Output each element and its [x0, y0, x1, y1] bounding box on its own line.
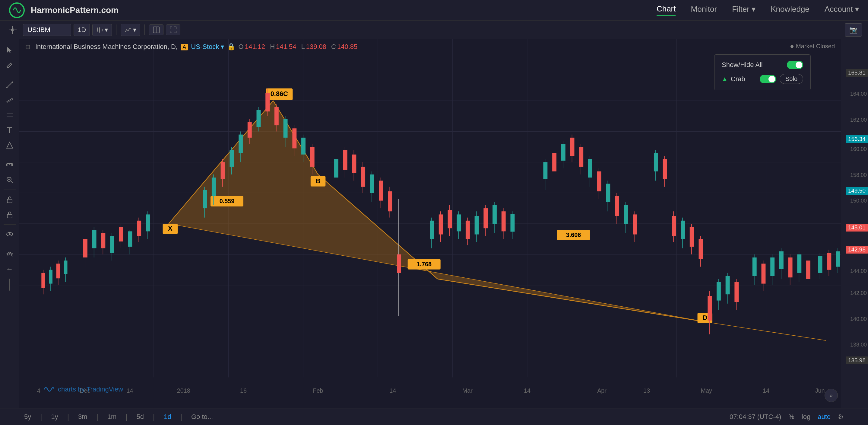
back-tool[interactable]: ← [3, 262, 16, 276]
svg-rect-30 [7, 199, 12, 203]
expand-button[interactable]: » [825, 389, 838, 402]
toolbar-right: 📷 [845, 23, 862, 36]
log-btn[interactable]: log [802, 413, 810, 421]
chart-type-btn[interactable]: ▾ [92, 24, 112, 36]
svg-rect-64 [92, 230, 96, 248]
symbol-input[interactable]: US:IBM [23, 24, 71, 36]
svg-rect-120 [430, 221, 434, 239]
goto-btn[interactable]: Go to... [191, 413, 213, 421]
x-label-14c: 14 [524, 387, 530, 394]
nav-filter[interactable]: Filter ▾ [732, 4, 755, 16]
crab-toggle-knob [769, 76, 775, 82]
fib-tool[interactable] [3, 108, 16, 122]
svg-rect-106 [343, 150, 347, 170]
nav-right: Chart Monitor Filter ▾ Knowledge Account… [657, 4, 859, 16]
period-5d[interactable]: 5d [136, 413, 144, 421]
svg-rect-118 [397, 254, 401, 273]
lock-open-tool[interactable] [3, 193, 16, 206]
period-1d[interactable]: 1d [164, 413, 171, 421]
time-periods: 5y | 1y | 3m | 1m | 5d | 1d | Go to... [24, 413, 213, 421]
svg-rect-88 [248, 122, 252, 138]
indicators-btn[interactable]: ▾ [121, 24, 140, 36]
svg-rect-94 [275, 107, 279, 125]
svg-rect-66 [101, 233, 105, 248]
period-3m[interactable]: 3m [78, 413, 88, 421]
svg-rect-62 [83, 239, 88, 257]
x-label-4: 4 [37, 387, 40, 394]
x-label-14a: 14 [126, 387, 133, 394]
shapes-tool[interactable] [3, 139, 16, 152]
chart-info-bar: ⊟ International Business Machines Corpor… [25, 43, 358, 51]
svg-rect-170 [690, 227, 694, 247]
pencil-tool[interactable] [3, 59, 16, 72]
line-tool[interactable] [3, 78, 16, 91]
svg-rect-72 [128, 231, 132, 247]
auto-btn[interactable]: auto [818, 413, 831, 421]
svg-rect-110 [361, 167, 365, 187]
x-label-14b: 14 [390, 387, 396, 394]
svg-rect-176 [717, 282, 721, 300]
nav-monitor[interactable]: Monitor [691, 4, 717, 16]
c-label: 0.86C [271, 90, 288, 97]
svg-rect-56 [49, 270, 53, 284]
period-1m[interactable]: 1m [107, 413, 117, 421]
nav-account[interactable]: Account ▾ [825, 4, 859, 16]
zoom-tool[interactable] [3, 173, 16, 187]
x-label: X [168, 225, 173, 232]
svg-rect-186 [770, 257, 775, 276]
measure-tool[interactable] [3, 158, 16, 171]
eye-tool[interactable] [3, 228, 16, 241]
candles-dec [83, 211, 150, 266]
price-144: 144.00 [850, 268, 867, 274]
price-165: 165.81 [846, 69, 868, 77]
x-label-2018: 2018 [177, 387, 190, 394]
screenshot-btn[interactable]: 📷 [845, 23, 862, 36]
svg-rect-4 [97, 28, 98, 31]
chart-svg[interactable]: 0.86C B X 0.559 3.606 1.768 D [19, 39, 841, 408]
svg-rect-100 [301, 138, 306, 154]
x-label-may: May [701, 387, 712, 394]
svg-rect-172 [699, 239, 703, 259]
settings-btn[interactable]: ⚙ [838, 413, 844, 421]
svg-rect-182 [752, 257, 757, 276]
show-hide-label: Show/Hide All [722, 61, 763, 69]
svg-point-15 [12, 82, 13, 83]
cursor-tool[interactable] [3, 44, 16, 57]
tool-divider-4 [4, 224, 16, 225]
show-hide-toggle[interactable] [787, 61, 803, 69]
period-1y[interactable]: 1y [51, 413, 58, 421]
crab-toggle[interactable] [760, 75, 776, 83]
svg-rect-168 [681, 221, 685, 239]
top-nav: HarmonicPattern.com Chart Monitor Filter… [0, 0, 868, 21]
svg-rect-116 [388, 191, 392, 211]
compare-btn[interactable] [149, 24, 163, 35]
svg-rect-194 [806, 260, 810, 279]
nav-chart[interactable]: Chart [657, 4, 676, 16]
solo-button[interactable]: Solo [780, 74, 803, 84]
symbol-full: International Business Machines Corporat… [35, 43, 358, 51]
x-label-jun: Jun [815, 387, 825, 394]
svg-rect-134 [493, 205, 497, 224]
svg-rect-76 [146, 214, 150, 231]
text-tool[interactable]: T [3, 123, 16, 137]
channel-tool[interactable] [3, 93, 16, 107]
price-156: 156.34 [846, 135, 868, 143]
tool-divider-3 [4, 190, 16, 190]
svg-rect-198 [827, 253, 831, 270]
svg-rect-84 [229, 150, 234, 167]
timestamp: 07:04:37 (UTC-4) [730, 413, 781, 421]
svg-rect-192 [797, 254, 801, 273]
nav-knowledge[interactable]: Knowledge [771, 4, 809, 16]
layers-tool[interactable] [3, 247, 16, 260]
cd-ratio-label: 3.606 [566, 231, 581, 238]
symbol-group: US:IBM 1D ▾ ▾ [23, 24, 180, 36]
percent-btn[interactable]: % [788, 413, 795, 421]
interval-btn[interactable]: 1D [73, 24, 90, 36]
svg-rect-86 [239, 135, 243, 153]
period-5y[interactable]: 5y [24, 413, 31, 421]
left-toolbar: T ← [0, 39, 19, 408]
lock-closed-tool[interactable] [3, 208, 16, 221]
crosshair-tool[interactable] [6, 23, 19, 36]
chart-container[interactable]: ⊟ International Business Machines Corpor… [19, 39, 841, 408]
fullscreen-btn[interactable] [166, 24, 180, 35]
